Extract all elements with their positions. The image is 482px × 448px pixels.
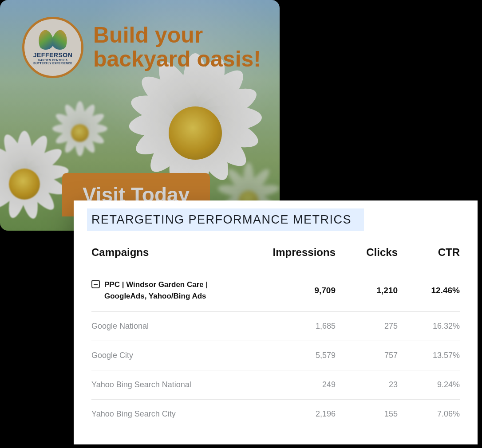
campaign-name: Yahoo Bing Search City (91, 409, 260, 419)
collapse-icon[interactable] (91, 280, 100, 288)
table-row: Google City 5,579 757 13.57% (91, 341, 460, 370)
cell-ctr: 9.24% (398, 380, 460, 389)
cell-ctr: 13.57% (398, 351, 460, 360)
cell-impressions: 2,196 (260, 409, 336, 419)
butterfly-icon (37, 30, 68, 51)
cell-impressions: 249 (260, 380, 336, 389)
metrics-panel: RETARGETING PERFORMANCE METRICS Campaign… (74, 200, 478, 444)
ad-creative-card: JEFFERSON GARDEN CENTER & BUTTERFLY EXPE… (0, 0, 280, 231)
cell-impressions: 1,685 (260, 322, 336, 331)
col-campaigns: Campaigns (91, 246, 260, 259)
col-ctr: CTR (398, 246, 460, 259)
cell-ctr: 7.06% (398, 409, 460, 419)
summary-clicks: 1,210 (336, 286, 398, 295)
table-header: Campaigns Impressions Clicks CTR (91, 243, 460, 269)
cell-clicks: 275 (336, 322, 398, 331)
table-row: Google National 1,685 275 16.32% (91, 312, 460, 341)
campaign-name: Google National (91, 322, 260, 331)
summary-campaign-label: PPC | Windsor Garden Care | GoogleAds, Y… (104, 279, 251, 302)
cell-impressions: 5,579 (260, 351, 336, 360)
cell-clicks: 757 (336, 351, 398, 360)
campaign-name: Yahoo Bing Search National (91, 380, 260, 389)
brand-logo-badge: JEFFERSON GARDEN CENTER & BUTTERFLY EXPE… (22, 17, 83, 78)
summary-impressions: 9,709 (260, 286, 336, 295)
table-row-summary: PPC | Windsor Garden Care | GoogleAds, Y… (91, 269, 460, 312)
cell-ctr: 16.32% (398, 322, 460, 331)
col-clicks: Clicks (336, 246, 398, 259)
logo-tagline: GARDEN CENTER & BUTTERFLY EXPERIENCE (33, 59, 72, 65)
metrics-title-highlight: RETARGETING PERFORMANCE METRICS (87, 208, 364, 231)
campaign-name: Google City (91, 351, 260, 360)
summary-ctr: 12.46% (398, 286, 460, 295)
cell-clicks: 155 (336, 409, 398, 419)
daisy-flower (111, 62, 271, 186)
metrics-title: RETARGETING PERFORMANCE METRICS (91, 213, 352, 227)
logo-brand-name: JEFFERSON (33, 51, 73, 59)
table-row: Yahoo Bing Search National 249 23 9.24% (91, 370, 460, 400)
ad-headline: Build your backyard oasis! (93, 23, 261, 71)
daisy-flower (0, 133, 71, 222)
table-row: Yahoo Bing Search City 2,196 155 7.06% (91, 400, 460, 428)
cell-clicks: 23 (336, 380, 398, 389)
metrics-table: Campaigns Impressions Clicks CTR PPC | W… (91, 243, 460, 428)
col-impressions: Impressions (260, 246, 336, 259)
